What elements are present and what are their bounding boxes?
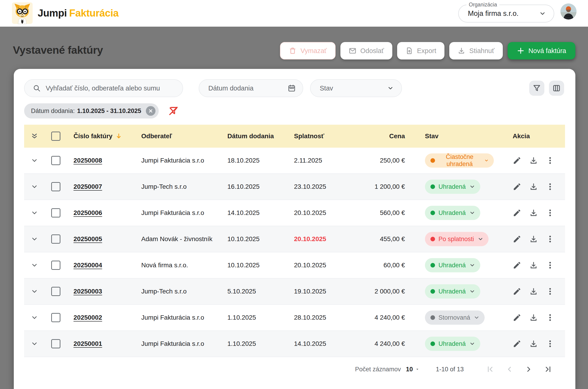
user-avatar[interactable] [560,3,577,20]
status-chip[interactable]: Uhradená [425,180,480,194]
expand-row-button[interactable] [29,312,40,323]
download-invoice-button[interactable] [529,261,538,270]
clear-all-filters-button[interactable] [168,105,179,116]
customer-cell: Jumpi Fakturácia s.r.o [134,209,221,217]
delete-button-label: Vymazať [300,47,327,55]
due-date-cell: 28.10.2025 [287,314,340,321]
delete-button[interactable]: Vymazať [280,42,336,60]
rows-per-page-select[interactable]: 10 [406,366,420,373]
status-chip[interactable]: Po splatnosti [425,232,489,246]
invoice-number-link[interactable]: 20250008 [73,157,102,164]
download-button[interactable]: Stiahnuť [449,42,503,60]
column-header-invoice-number[interactable]: Číslo faktúry [73,132,134,140]
row-menu-button[interactable] [546,182,555,191]
download-invoice-button[interactable] [529,208,538,217]
status-chip[interactable]: Uhradená [425,258,480,272]
invoice-number-link[interactable]: 20250005 [73,235,102,242]
next-page-button[interactable] [522,363,535,376]
expand-row-button[interactable] [29,155,40,166]
column-header-due-date[interactable]: Splatnosť [287,132,340,140]
row-menu-button[interactable] [546,208,555,217]
delivery-date-filter[interactable]: Dátum dodania [199,79,303,97]
status-chip[interactable]: Čiastočne uhradená [425,153,494,168]
kebab-menu-icon [546,235,555,243]
status-dot-icon [430,315,435,320]
edit-invoice-button[interactable] [513,208,522,217]
row-menu-button[interactable] [546,235,555,243]
table-row: 20250008 Jumpi Fakturácia s.r.o 18.10.20… [24,148,565,174]
invoice-number-link[interactable]: 20250002 [73,314,102,321]
row-menu-button[interactable] [546,339,555,348]
search-input[interactable] [46,85,176,92]
row-checkbox[interactable] [51,234,60,244]
row-menu-button[interactable] [546,156,555,165]
expand-row-button[interactable] [29,260,40,271]
organization-select[interactable]: Organizácia Moja firma s.r.o. [458,5,554,23]
edit-invoice-button[interactable] [513,339,522,348]
invoice-number-link[interactable]: 20250001 [73,340,102,347]
column-header-price[interactable]: Cena [340,132,405,140]
status-filter-select[interactable]: Stav [310,79,402,97]
row-checkbox[interactable] [51,313,60,322]
page-title: Vystavené faktúry [13,44,103,56]
column-header-customer[interactable]: Odberateľ [134,132,221,140]
send-button[interactable]: Odoslať [340,42,392,60]
table-row: 20250002 Jumpi Fakturácia s.r.o 1.10.202… [24,305,565,331]
column-header-status[interactable]: Stav [405,132,494,140]
download-invoice-button[interactable] [529,339,538,348]
edit-invoice-button[interactable] [513,156,522,165]
row-menu-button[interactable] [546,313,555,322]
download-invoice-button[interactable] [529,156,538,165]
row-menu-button[interactable] [546,287,555,296]
status-chip[interactable]: Uhradená [425,284,480,298]
previous-page-button[interactable] [503,363,516,376]
expand-row-button[interactable] [29,233,40,245]
expand-row-button[interactable] [29,207,40,218]
avatar-image [560,3,577,20]
edit-invoice-button[interactable] [513,287,522,296]
status-chip[interactable]: Uhradená [425,206,480,220]
expand-row-button[interactable] [29,181,40,192]
edit-invoice-button[interactable] [513,313,522,322]
download-icon [529,235,538,243]
date-filter-chip: Dátum dodania: 1.10.2025 - 31.10.2025 [24,103,159,119]
row-menu-button[interactable] [546,261,555,270]
columns-tool-button[interactable] [549,81,564,96]
row-checkbox[interactable] [51,287,60,296]
pencil-icon [513,313,522,322]
chevron-down-icon [31,157,38,164]
edit-invoice-button[interactable] [513,261,522,270]
filter-row: Dátum dodania Stav [24,79,565,97]
new-invoice-button[interactable]: Nová faktúra [508,42,575,60]
download-invoice-button[interactable] [529,235,538,243]
status-label: Uhradená [438,288,466,295]
row-checkbox[interactable] [51,261,60,270]
row-checkbox[interactable] [51,208,60,218]
status-chip[interactable]: Uhradená [425,337,480,351]
expand-all-rows-button[interactable] [29,131,40,142]
status-chip[interactable]: Stornovaná [425,310,485,325]
invoice-number-link[interactable]: 20250006 [73,209,102,216]
first-page-button[interactable] [484,363,497,376]
envelope-icon [349,47,357,55]
last-page-button[interactable] [541,363,555,376]
expand-row-button[interactable] [29,286,40,297]
export-button[interactable]: Export [397,42,445,60]
row-checkbox[interactable] [51,339,60,348]
download-invoice-button[interactable] [529,287,538,296]
download-invoice-button[interactable] [529,313,538,322]
row-checkbox[interactable] [51,182,60,191]
filter-tool-button[interactable] [529,81,544,96]
select-all-checkbox[interactable] [51,131,60,141]
edit-invoice-button[interactable] [513,182,522,191]
invoice-number-link[interactable]: 20250004 [73,261,102,269]
chevron-down-icon [31,314,38,321]
download-invoice-button[interactable] [529,182,538,191]
invoice-number-link[interactable]: 20250003 [73,288,102,295]
column-header-delivery-date[interactable]: Dátum dodania [221,132,287,140]
edit-invoice-button[interactable] [513,235,522,243]
expand-row-button[interactable] [29,338,40,349]
remove-filter-chip-button[interactable] [146,106,156,116]
row-checkbox[interactable] [51,156,60,165]
invoice-number-link[interactable]: 20250007 [73,183,102,190]
